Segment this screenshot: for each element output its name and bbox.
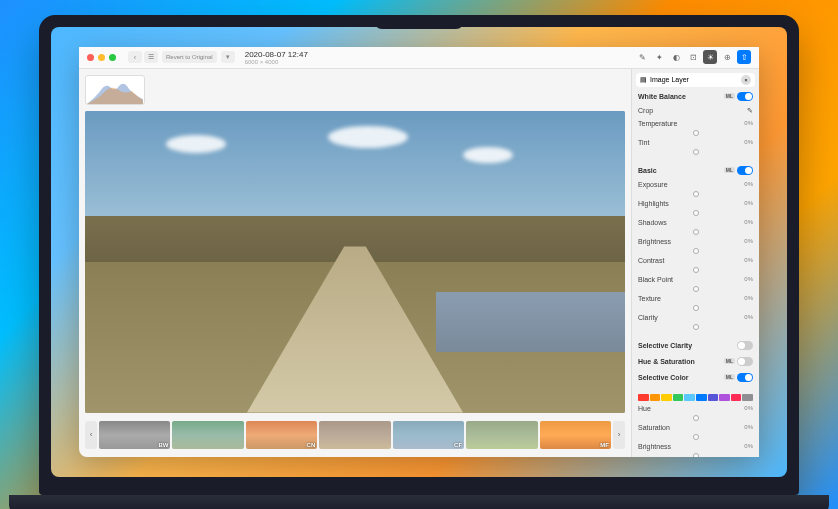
filmstrip-next-button[interactable]: › [613,421,625,449]
basic-section: Basic ML [636,164,755,177]
crop-row: Crop✎ [636,106,755,116]
close-window-button[interactable] [87,54,94,61]
laptop-notch [374,15,464,29]
basic-toggle[interactable] [737,166,753,175]
crop-tool-icon[interactable]: ⊡ [686,50,700,64]
color-swatch-3[interactable] [673,394,684,401]
canvas-area: ‹ BWCNCFMF › [79,69,631,457]
selective-color-toggle[interactable] [737,373,753,382]
color-swatch-6[interactable] [708,394,719,401]
laptop-frame: ‹ ☰ Revert to Original ▾ 2020-08-07 12:4… [39,15,799,495]
layer-selector[interactable]: ▤ Image Layer × [636,73,755,87]
tint-row: Tint0% [636,138,755,147]
settings-icon[interactable]: ⊕ [720,50,734,64]
back-button[interactable]: ‹ [128,51,142,63]
main-area: ‹ BWCNCFMF › ▤ Image Layer × White Balan… [79,69,759,457]
wand-tool-icon[interactable]: ✦ [652,50,666,64]
preset-thumb-3[interactable] [319,421,390,449]
traffic-lights [87,54,116,61]
titlebar: ‹ ☰ Revert to Original ▾ 2020-08-07 12:4… [79,47,759,69]
adjust-tool-icon[interactable]: ☀ [703,50,717,64]
hue-saturation-section: Hue & SaturationML [636,355,755,368]
selective-clarity-toggle[interactable] [737,341,753,350]
layers-icon: ▤ [640,76,647,84]
document-dimensions: 6000 × 4000 [245,59,631,65]
photo-canvas[interactable] [85,111,625,413]
document-title: 2020-08-07 12:47 [245,50,631,59]
color-swatch-2[interactable] [661,394,672,401]
revert-button[interactable]: Revert to Original [162,51,217,63]
preset-thumb-1[interactable] [172,421,243,449]
selective-clarity-section: Selective Clarity [636,339,755,352]
selective-color-section: Selective ColorML [636,371,755,384]
ml-badge[interactable]: ML [724,167,735,173]
minimize-window-button[interactable] [98,54,105,61]
histogram[interactable] [85,75,145,105]
maximize-window-button[interactable] [109,54,116,61]
color-swatch-9[interactable] [742,394,753,401]
hue-sat-toggle[interactable] [737,357,753,366]
white-balance-toggle[interactable] [737,92,753,101]
white-balance-section: White Balance ML [636,90,755,103]
crop-icon[interactable]: ✎ [747,107,753,115]
preset-thumb-2[interactable]: CN [246,421,317,449]
share-button[interactable]: ⇧ [737,50,751,64]
color-swatches [636,394,755,401]
laptop-base [9,495,829,510]
preset-filmstrip: ‹ BWCNCFMF › [85,419,625,451]
color-swatch-4[interactable] [684,394,695,401]
title-area: 2020-08-07 12:47 6000 × 4000 [245,50,631,65]
preset-thumb-6[interactable]: MF [540,421,611,449]
adjustments-sidebar: ▤ Image Layer × White Balance ML Crop✎ T… [631,69,759,457]
pen-tool-icon[interactable]: ✎ [635,50,649,64]
color-swatch-0[interactable] [638,394,649,401]
sidebar-toggle-button[interactable]: ☰ [144,51,158,63]
temperature-row: Temperature0% [636,119,755,128]
color-swatch-7[interactable] [719,394,730,401]
color-swatch-5[interactable] [696,394,707,401]
preset-thumb-4[interactable]: CF [393,421,464,449]
photo-editor-window: ‹ ☰ Revert to Original ▾ 2020-08-07 12:4… [79,47,759,457]
layer-label: Image Layer [650,76,689,83]
panel-close-button[interactable]: × [741,75,751,85]
color-swatch-1[interactable] [650,394,661,401]
filmstrip-prev-button[interactable]: ‹ [85,421,97,449]
preset-thumb-5[interactable] [466,421,537,449]
color-swatch-8[interactable] [731,394,742,401]
toolbar-tools: ✎ ✦ ◐ ⊡ ☀ ⊕ ⇧ [635,50,751,64]
eyedropper-tool-icon[interactable]: ◐ [669,50,683,64]
zoom-dropdown[interactable]: ▾ [221,51,235,63]
nav-buttons: ‹ ☰ [128,51,158,63]
ml-badge[interactable]: ML [724,93,735,99]
preset-thumb-0[interactable]: BW [99,421,170,449]
desktop-screen: ‹ ☰ Revert to Original ▾ 2020-08-07 12:4… [51,27,787,477]
